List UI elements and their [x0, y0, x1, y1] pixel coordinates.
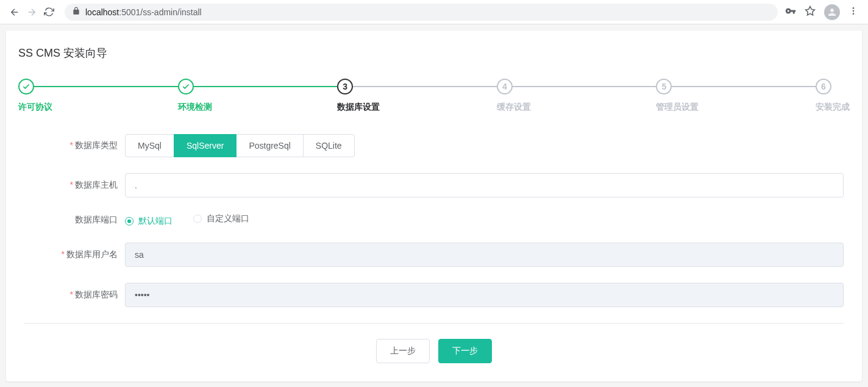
db-port-label: 数据库端口 [24, 215, 125, 225]
lock-icon [72, 7, 80, 17]
step-finish: 6 安装完成 [816, 79, 850, 113]
button-row: 上一步 下一步 [24, 339, 844, 363]
toolbar-right [785, 4, 862, 20]
db-port-default[interactable]: 默认端口 [125, 216, 173, 227]
star-icon[interactable] [805, 5, 816, 18]
db-password-input[interactable] [125, 283, 844, 307]
next-button[interactable]: 下一步 [438, 339, 492, 363]
db-user-label: *数据库用户名 [24, 249, 125, 260]
db-password-label: *数据库密码 [24, 289, 125, 300]
back-icon[interactable] [6, 4, 23, 21]
radio-icon [125, 217, 133, 225]
url-bar[interactable]: localhost:5001/ss-admin/install [65, 4, 778, 21]
prev-button[interactable]: 上一步 [376, 339, 430, 363]
db-type-sqlite[interactable]: SQLite [303, 134, 355, 157]
check-icon [178, 79, 194, 94]
browser-toolbar: localhost:5001/ss-admin/install [0, 0, 868, 24]
svg-point-0 [853, 7, 855, 9]
db-port-custom[interactable]: 自定义端口 [193, 213, 249, 224]
url-port: :5001 [119, 7, 140, 17]
menu-dots-icon[interactable] [848, 6, 858, 18]
db-type-group: MySql SqlServer PostgreSql SQLite [125, 134, 355, 157]
db-type-label: *数据库类型 [24, 140, 125, 151]
database-form: *数据库类型 MySql SqlServer PostgreSql SQLite… [18, 134, 850, 363]
user-avatar-icon[interactable] [824, 4, 840, 20]
db-user-input[interactable] [125, 243, 844, 267]
url-host: localhost [85, 7, 119, 17]
divider [24, 323, 844, 324]
url-path: /ss-admin/install [140, 7, 201, 17]
svg-point-2 [853, 13, 855, 15]
check-icon [18, 79, 34, 94]
page-title: SS CMS 安装向导 [18, 46, 850, 60]
forward-icon [23, 4, 40, 21]
svg-point-1 [853, 10, 855, 12]
wizard-steps: 许可协议 环境检测 3 数据库设置 4 缓存设置 5 [18, 79, 850, 113]
reload-icon[interactable] [40, 4, 57, 21]
step-admin: 5 管理员设置 [656, 79, 816, 113]
install-wizard-card: SS CMS 安装向导 许可协议 环境检测 3 数据库设置 [6, 30, 862, 382]
step-cache: 4 缓存设置 [497, 79, 656, 113]
db-type-mysql[interactable]: MySql [125, 134, 174, 157]
radio-icon [193, 215, 202, 223]
db-type-postgresql[interactable]: PostgreSql [236, 134, 303, 157]
step-database: 3 数据库设置 [337, 79, 497, 113]
db-type-sqlserver[interactable]: SqlServer [174, 134, 237, 157]
db-host-input[interactable] [125, 173, 844, 197]
db-host-label: *数据库主机 [24, 180, 125, 191]
step-env: 环境检测 [178, 79, 338, 113]
key-icon[interactable] [785, 5, 796, 18]
step-license: 许可协议 [18, 79, 178, 113]
